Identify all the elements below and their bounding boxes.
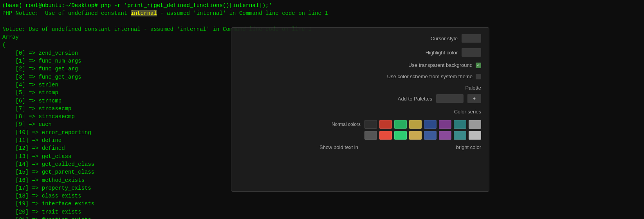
normal-colors-row: Normal colors bbox=[239, 120, 481, 129]
add-palette-row: Add to Palettes + bbox=[239, 94, 481, 103]
terminal-window: (base) root@ubuntu:~/Desktop# php -r 'pr… bbox=[0, 0, 644, 219]
terminal-line-blank bbox=[2, 18, 642, 25]
color-series-row: Color series bbox=[239, 109, 481, 115]
color-swatch-red[interactable] bbox=[379, 120, 392, 129]
color-swatch-purple[interactable] bbox=[439, 120, 451, 129]
highlight-internal: internal bbox=[131, 10, 157, 16]
color-swatch-black[interactable] bbox=[364, 120, 377, 129]
color-swatch-purple2[interactable] bbox=[439, 131, 451, 140]
list-item: [21] => function_exists bbox=[2, 216, 642, 219]
highlight-color-row: Highlight color bbox=[239, 48, 481, 57]
color-swatch-red2[interactable] bbox=[379, 131, 392, 140]
color-swatch-black2[interactable] bbox=[364, 131, 377, 140]
color-swatch-cyan2[interactable] bbox=[454, 131, 466, 140]
settings-overlay-panel: Cursor style Highlight color Use transpa… bbox=[231, 27, 489, 192]
color-series-label: Color series bbox=[239, 109, 481, 115]
transparent-bg-label: Use transparent background bbox=[239, 62, 473, 68]
color-swatch-white2[interactable] bbox=[469, 131, 481, 140]
color-swatch-yellow2[interactable] bbox=[409, 131, 422, 140]
color-swatch-blue2[interactable] bbox=[424, 131, 437, 140]
color-swatch-yellow[interactable] bbox=[409, 120, 422, 129]
highlight-color-input[interactable] bbox=[462, 48, 481, 57]
list-item: [19] => interface_exists bbox=[2, 200, 642, 208]
palette-label: Palette bbox=[239, 85, 481, 91]
bold-text-row: Show bold text in bright color bbox=[239, 144, 481, 150]
system-theme-row: Use color scheme from system theme bbox=[239, 74, 481, 79]
bright-label: bright color bbox=[362, 144, 481, 150]
add-palette-label: Add to Palettes bbox=[239, 96, 432, 102]
highlight-color-label: Highlight color bbox=[239, 50, 458, 56]
transparent-bg-row: Use transparent background ✓ bbox=[239, 62, 481, 68]
palette-section: Palette Add to Palettes + Color series N… bbox=[239, 85, 481, 140]
add-palette-input[interactable] bbox=[436, 94, 464, 103]
color-swatch-green2[interactable] bbox=[394, 131, 407, 140]
add-palette-button[interactable]: + bbox=[467, 94, 481, 103]
color-swatch-green[interactable] bbox=[394, 120, 407, 129]
list-item: [20] => trait_exists bbox=[2, 208, 642, 216]
system-theme-label: Use color scheme from system theme bbox=[239, 74, 473, 79]
color-swatch-white[interactable] bbox=[469, 120, 481, 129]
bright-colors-row bbox=[239, 131, 481, 140]
color-swatch-cyan[interactable] bbox=[454, 120, 466, 129]
bold-text-label: Show bold text in bbox=[239, 144, 358, 150]
cursor-style-input[interactable] bbox=[462, 34, 481, 43]
system-theme-checkbox[interactable] bbox=[476, 74, 481, 79]
terminal-line-php-notice: PHP Notice: Use of undefined constant in… bbox=[2, 9, 642, 17]
cursor-style-label: Cursor style bbox=[239, 36, 458, 41]
transparent-bg-checkbox[interactable]: ✓ bbox=[476, 63, 481, 68]
list-item: [18] => class_exists bbox=[2, 192, 642, 200]
normal-colors-label: Normal colors bbox=[329, 122, 361, 127]
terminal-line-command: (base) root@ubuntu:~/Desktop# php -r 'pr… bbox=[2, 2, 642, 9]
color-swatch-blue[interactable] bbox=[424, 120, 437, 129]
cursor-style-row: Cursor style bbox=[239, 34, 481, 43]
